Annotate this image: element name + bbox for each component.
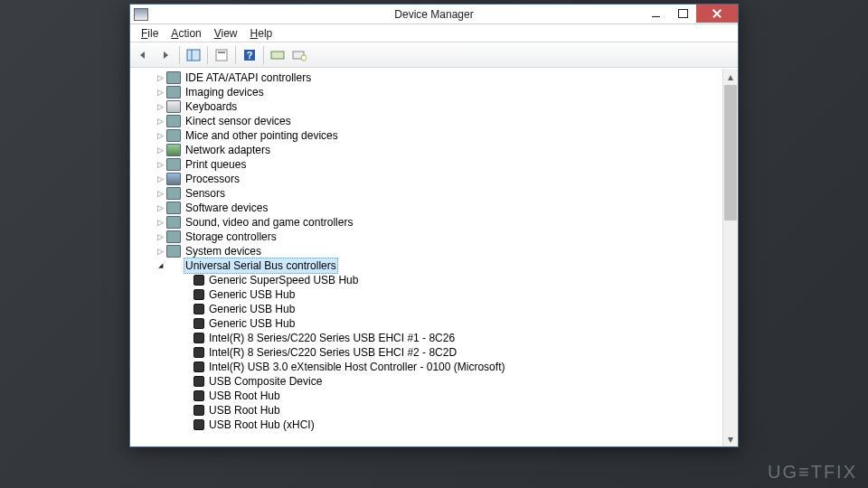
maximize-button[interactable] (669, 5, 696, 23)
device-item[interactable]: USB Composite Device (156, 374, 738, 389)
usb-device-icon (193, 347, 204, 358)
expand-arrow-icon[interactable]: ▷ (156, 117, 165, 126)
device-item[interactable]: USB Root Hub (156, 403, 738, 418)
expand-arrow-icon[interactable] (183, 276, 192, 285)
device-label: USB Root Hub (xHCI) (207, 418, 316, 432)
back-button[interactable] (134, 45, 154, 65)
device-category[interactable]: ▷Storage controllers (156, 230, 738, 244)
minimize-button[interactable] (642, 5, 669, 23)
category-label: Print queues (184, 157, 248, 172)
category-label: Sound, video and game controllers (184, 215, 354, 230)
device-category[interactable]: ▷Keyboards (156, 99, 738, 114)
device-category[interactable]: ▷Print queues (156, 157, 738, 172)
expand-arrow-icon[interactable]: ▷ (156, 88, 165, 97)
device-item[interactable]: Generic USB Hub (156, 302, 738, 316)
mouse-icon (166, 129, 181, 142)
expand-arrow-icon[interactable] (183, 406, 192, 415)
scroll-down-arrow-icon[interactable]: ▾ (723, 431, 738, 446)
expand-arrow-icon[interactable]: ▷ (156, 203, 165, 212)
expand-arrow-icon[interactable] (183, 305, 192, 314)
help-icon: ? (242, 49, 257, 61)
expand-arrow-icon[interactable] (183, 377, 192, 386)
forward-button[interactable] (156, 45, 175, 65)
app-icon (134, 8, 148, 21)
device-item[interactable]: USB Root Hub (xHCI) (156, 418, 738, 432)
device-manager-window: Device Manager File Action View Help ? (129, 4, 739, 447)
properties-icon (214, 49, 229, 61)
scroll-thumb[interactable] (724, 85, 737, 221)
expand-arrow-icon[interactable]: ▷ (156, 73, 165, 82)
svg-point-8 (301, 55, 307, 61)
kbd-icon (166, 100, 181, 113)
expand-arrow-icon[interactable]: ▷ (156, 232, 165, 241)
nic-icon (166, 144, 181, 156)
usb-device-icon (193, 376, 204, 387)
expand-arrow-icon[interactable]: ▷ (156, 160, 165, 169)
cpu-icon (166, 173, 181, 185)
category-label: Storage controllers (184, 230, 278, 244)
device-category[interactable]: ◢Universal Serial Bus controllers (156, 258, 738, 273)
expand-arrow-icon[interactable]: ▷ (156, 174, 165, 183)
expand-arrow-icon[interactable] (183, 391, 192, 400)
category-label: Kinect sensor devices (184, 114, 293, 128)
category-label: Keyboards (184, 99, 239, 114)
device-item[interactable]: Generic USB Hub (156, 287, 738, 302)
device-tree[interactable]: ▷IDE ATA/ATAPI controllers▷Imaging devic… (130, 69, 738, 446)
expand-arrow-icon[interactable]: ▷ (156, 218, 165, 227)
device-label: USB Root Hub (207, 403, 282, 418)
expand-arrow-icon[interactable]: ▷ (156, 247, 165, 256)
expand-arrow-icon[interactable]: ▷ (156, 131, 165, 140)
titlebar[interactable]: Device Manager (130, 5, 738, 24)
device-category[interactable]: ▷System devices (156, 244, 738, 258)
device-category[interactable]: ▷Mice and other pointing devices (156, 128, 738, 143)
device-category[interactable]: ▷IDE ATA/ATAPI controllers (156, 70, 738, 85)
usb-device-icon (193, 390, 204, 401)
device-category[interactable]: ▷Processors (156, 172, 738, 186)
expand-arrow-icon[interactable]: ▷ (156, 102, 165, 111)
device-category[interactable]: ▷Software devices (156, 201, 738, 215)
window-controls (642, 5, 738, 23)
expand-arrow-icon[interactable] (183, 333, 192, 343)
vertical-scrollbar[interactable]: ▴ ▾ (722, 69, 738, 446)
properties-button[interactable] (212, 45, 231, 65)
device-item[interactable]: Intel(R) 8 Series/C220 Series USB EHCI #… (156, 345, 738, 360)
expand-arrow-icon[interactable] (183, 420, 192, 429)
expand-arrow-icon[interactable] (183, 319, 192, 328)
menubar: File Action View Help (130, 24, 738, 42)
device-category[interactable]: ▷Network adapters (156, 143, 738, 157)
collapse-arrow-icon[interactable]: ◢ (156, 261, 165, 270)
menu-file[interactable]: File (136, 26, 164, 41)
expand-arrow-icon[interactable]: ▷ (156, 189, 165, 198)
device-category[interactable]: ▷Imaging devices (156, 85, 738, 99)
device-item[interactable]: Intel(R) 8 Series/C220 Series USB EHCI #… (156, 331, 738, 345)
device-item[interactable]: USB Root Hub (156, 389, 738, 403)
device-label: Intel(R) 8 Series/C220 Series USB EHCI #… (207, 331, 457, 345)
expand-arrow-icon[interactable] (183, 362, 192, 371)
ide-icon (166, 71, 181, 84)
expand-arrow-icon[interactable] (183, 290, 192, 299)
expand-arrow-icon[interactable]: ▷ (156, 145, 165, 155)
scan-hardware-button[interactable] (268, 45, 288, 65)
help-button[interactable]: ? (240, 45, 259, 65)
snd-icon (166, 216, 181, 229)
device-label: USB Root Hub (207, 389, 282, 403)
device-category[interactable]: ▷Sensors (156, 186, 738, 201)
menu-action[interactable]: Action (165, 26, 206, 41)
separator (207, 46, 208, 64)
device-item[interactable]: Generic SuperSpeed USB Hub (156, 273, 738, 287)
menu-help[interactable]: Help (245, 26, 278, 41)
expand-arrow-icon[interactable] (183, 348, 192, 357)
usb-device-icon (193, 318, 204, 329)
scroll-up-arrow-icon[interactable]: ▴ (723, 69, 738, 84)
toolbar-extra-button[interactable] (289, 45, 309, 65)
device-item[interactable]: Intel(R) USB 3.0 eXtensible Host Control… (156, 360, 738, 374)
device-label: Generic SuperSpeed USB Hub (207, 273, 360, 287)
show-hide-tree-button[interactable] (184, 45, 203, 65)
close-button[interactable] (696, 5, 738, 23)
device-category[interactable]: ▷Kinect sensor devices (156, 114, 738, 128)
menu-view[interactable]: View (209, 26, 243, 41)
category-label: Universal Serial Bus controllers (184, 258, 338, 274)
usb-device-icon (193, 304, 204, 314)
device-item[interactable]: Generic USB Hub (156, 316, 738, 331)
device-category[interactable]: ▷Sound, video and game controllers (156, 215, 738, 230)
